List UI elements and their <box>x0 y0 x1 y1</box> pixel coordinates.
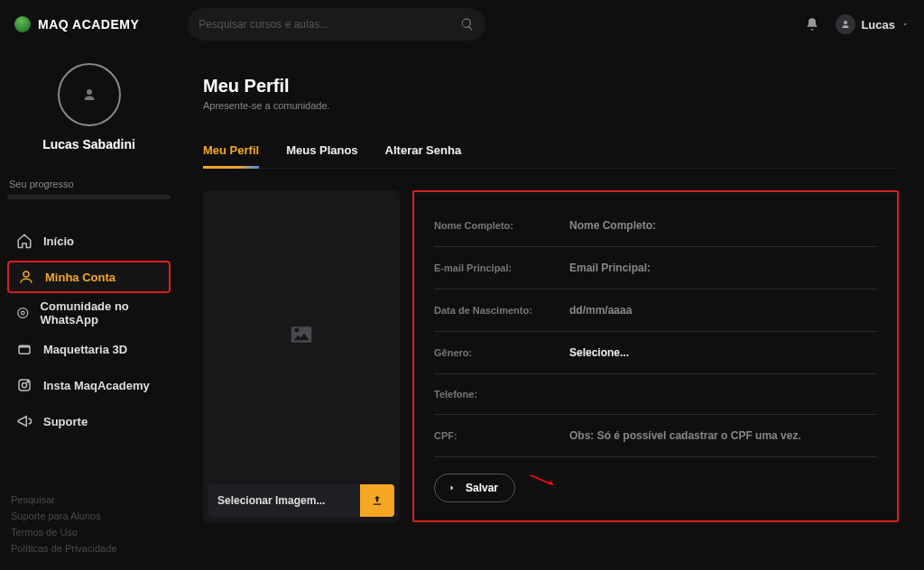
sidebar-item-minha-conta[interactable]: Minha Conta <box>7 261 171 293</box>
label-genero: Gênero: <box>434 347 569 358</box>
save-button[interactable]: Salvar <box>434 473 515 502</box>
tab-meus-planos[interactable]: Meus Planos <box>286 136 357 168</box>
chevron-right-icon <box>448 483 457 492</box>
select-genero[interactable]: Selecione... <box>569 346 629 359</box>
sidebar-item-whatsapp[interactable]: Comunidade no WhatsApp <box>7 297 171 329</box>
footer-link-suporte[interactable]: Suporte para Alunos <box>11 510 167 521</box>
svg-point-1 <box>18 308 28 318</box>
image-upload-card: Selecionar Imagem... <box>203 190 400 522</box>
user-menu[interactable]: Lucas <box>836 14 910 34</box>
brand-name: MAQ ACADEMY <box>38 17 139 32</box>
whatsapp-icon <box>16 305 30 321</box>
avatar-icon <box>836 14 855 34</box>
svg-point-0 <box>23 271 29 277</box>
svg-point-5 <box>22 382 26 387</box>
footer-link-termos[interactable]: Termos de Uso <box>11 527 167 538</box>
person-icon <box>81 87 97 103</box>
tab-meu-perfil[interactable]: Meu Perfil <box>203 136 259 168</box>
brand[interactable]: MAQ ACADEMY <box>14 16 139 32</box>
instagram-icon <box>16 377 32 393</box>
search-box[interactable] <box>188 8 485 41</box>
page-subtitle: Apresente-se a comunidade. <box>203 100 899 111</box>
sidebar-item-label: Minha Conta <box>45 271 116 284</box>
sidebar-item-label: Comunidade no WhatsApp <box>41 299 162 326</box>
footer-link-pesquisar[interactable]: Pesquisar <box>11 494 167 505</box>
profile-name: Lucas Sabadini <box>7 137 171 152</box>
progress-bar <box>7 195 171 199</box>
sidebar-item-maquettaria[interactable]: Maquettaria 3D <box>7 333 171 365</box>
progress-label: Seu progresso <box>9 179 171 189</box>
image-select-label: Selecionar Imagem... <box>208 484 360 517</box>
sidebar-item-instagram[interactable]: Insta MaqAcademy <box>7 369 171 401</box>
chevron-down-icon <box>901 20 910 29</box>
image-icon <box>288 321 315 348</box>
input-nome[interactable]: Nome Completo: <box>569 219 656 232</box>
brand-logo-icon <box>14 16 31 32</box>
sidebar-item-label: Maquettaria 3D <box>43 343 127 356</box>
sidebar-item-inicio[interactable]: Início <box>7 225 171 257</box>
sidebar-item-suporte[interactable]: Suporte <box>7 405 171 437</box>
user-name: Lucas <box>861 18 895 32</box>
input-nascimento[interactable]: dd/mm/aaaa <box>569 304 632 317</box>
bell-icon[interactable] <box>805 17 819 32</box>
svg-point-6 <box>27 382 29 383</box>
tabs: Meu Perfil Meus Planos Alterar Senha <box>203 136 899 169</box>
page-title: Meu Perfil <box>203 76 899 97</box>
sidebar-item-label: Insta MaqAcademy <box>43 379 150 392</box>
tab-alterar-senha[interactable]: Alterar Senha <box>385 136 462 168</box>
megaphone-icon <box>16 413 32 429</box>
user-icon <box>18 269 34 285</box>
annotation-arrow <box>528 473 562 490</box>
label-telefone: Telefone: <box>434 389 569 400</box>
input-email[interactable]: Email Principal: <box>569 262 651 274</box>
label-email: E-mail Principal: <box>434 262 569 273</box>
sidebar-item-label: Início <box>43 234 74 248</box>
label-nome: Nome Completo: <box>434 220 569 231</box>
sidebar-item-label: Suporte <box>43 415 88 428</box>
svg-point-2 <box>21 311 24 315</box>
home-icon <box>16 233 32 249</box>
label-cpf: CPF: <box>434 430 569 441</box>
image-placeholder <box>203 190 400 479</box>
profile-avatar[interactable] <box>58 63 121 126</box>
upload-icon <box>360 484 394 517</box>
note-cpf: Obs: Só é possível cadastrar o CPF uma v… <box>569 429 801 442</box>
image-select-button[interactable]: Selecionar Imagem... <box>208 484 394 517</box>
cube-icon <box>16 341 32 357</box>
search-icon <box>460 17 475 32</box>
search-input[interactable] <box>199 18 460 31</box>
footer-link-privacidade[interactable]: Políticas de Privacidade <box>11 543 167 554</box>
label-nascimento: Data de Nascimento: <box>434 305 569 316</box>
save-button-label: Salvar <box>466 482 498 494</box>
